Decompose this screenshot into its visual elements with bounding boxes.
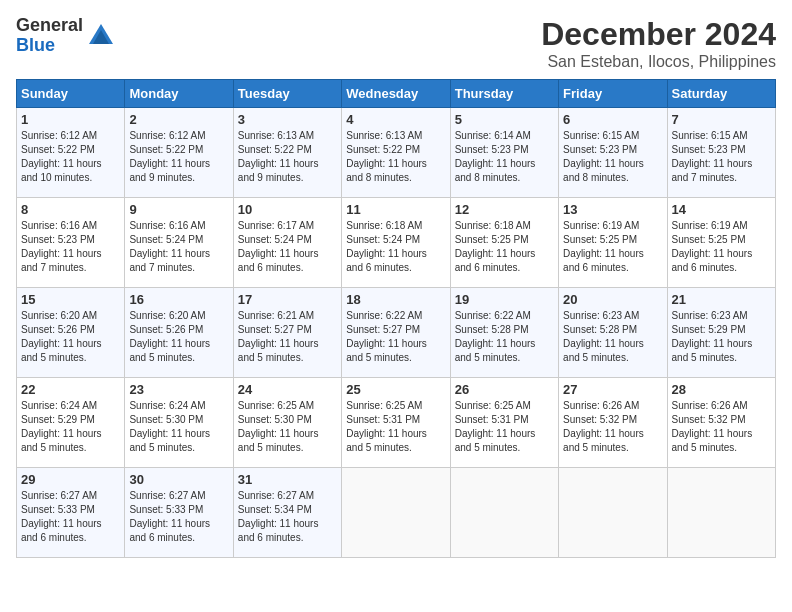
sunrise-label: Sunrise: 6:24 AM: [21, 400, 97, 411]
day-number: 4: [346, 112, 445, 127]
daylight-label: Daylight: 11 hours and 7 minutes.: [129, 248, 210, 273]
sunset-label: Sunset: 5:23 PM: [455, 144, 529, 155]
header-day-thursday: Thursday: [450, 80, 558, 108]
header-day-tuesday: Tuesday: [233, 80, 341, 108]
day-info: Sunrise: 6:15 AM Sunset: 5:23 PM Dayligh…: [563, 129, 662, 185]
sunrise-label: Sunrise: 6:25 AM: [238, 400, 314, 411]
daylight-label: Daylight: 11 hours and 5 minutes.: [455, 428, 536, 453]
calendar-cell: 4 Sunrise: 6:13 AM Sunset: 5:22 PM Dayli…: [342, 108, 450, 198]
logo-general-text: General: [16, 16, 83, 36]
day-info: Sunrise: 6:27 AM Sunset: 5:33 PM Dayligh…: [21, 489, 120, 545]
day-number: 30: [129, 472, 228, 487]
day-number: 10: [238, 202, 337, 217]
day-info: Sunrise: 6:12 AM Sunset: 5:22 PM Dayligh…: [129, 129, 228, 185]
sunrise-label: Sunrise: 6:26 AM: [672, 400, 748, 411]
calendar-cell: 3 Sunrise: 6:13 AM Sunset: 5:22 PM Dayli…: [233, 108, 341, 198]
sunset-label: Sunset: 5:22 PM: [21, 144, 95, 155]
sunset-label: Sunset: 5:33 PM: [21, 504, 95, 515]
sunrise-label: Sunrise: 6:13 AM: [346, 130, 422, 141]
calendar-cell: 13 Sunrise: 6:19 AM Sunset: 5:25 PM Dayl…: [559, 198, 667, 288]
day-info: Sunrise: 6:13 AM Sunset: 5:22 PM Dayligh…: [238, 129, 337, 185]
day-info: Sunrise: 6:20 AM Sunset: 5:26 PM Dayligh…: [129, 309, 228, 365]
header-day-monday: Monday: [125, 80, 233, 108]
sunset-label: Sunset: 5:30 PM: [129, 414, 203, 425]
sunrise-label: Sunrise: 6:24 AM: [129, 400, 205, 411]
logo: General Blue: [16, 16, 117, 56]
sunrise-label: Sunrise: 6:21 AM: [238, 310, 314, 321]
sunrise-label: Sunrise: 6:27 AM: [21, 490, 97, 501]
sunset-label: Sunset: 5:33 PM: [129, 504, 203, 515]
day-number: 9: [129, 202, 228, 217]
sunset-label: Sunset: 5:24 PM: [238, 234, 312, 245]
sunset-label: Sunset: 5:22 PM: [129, 144, 203, 155]
calendar-cell: 24 Sunrise: 6:25 AM Sunset: 5:30 PM Dayl…: [233, 378, 341, 468]
day-number: 26: [455, 382, 554, 397]
day-info: Sunrise: 6:17 AM Sunset: 5:24 PM Dayligh…: [238, 219, 337, 275]
calendar-cell: 18 Sunrise: 6:22 AM Sunset: 5:27 PM Dayl…: [342, 288, 450, 378]
daylight-label: Daylight: 11 hours and 10 minutes.: [21, 158, 102, 183]
calendar-cell: 16 Sunrise: 6:20 AM Sunset: 5:26 PM Dayl…: [125, 288, 233, 378]
daylight-label: Daylight: 11 hours and 9 minutes.: [238, 158, 319, 183]
sunset-label: Sunset: 5:32 PM: [563, 414, 637, 425]
sunrise-label: Sunrise: 6:12 AM: [129, 130, 205, 141]
daylight-label: Daylight: 11 hours and 8 minutes.: [563, 158, 644, 183]
day-number: 17: [238, 292, 337, 307]
day-number: 6: [563, 112, 662, 127]
day-info: Sunrise: 6:25 AM Sunset: 5:31 PM Dayligh…: [346, 399, 445, 455]
header-row: SundayMondayTuesdayWednesdayThursdayFrid…: [17, 80, 776, 108]
daylight-label: Daylight: 11 hours and 5 minutes.: [672, 338, 753, 363]
day-info: Sunrise: 6:16 AM Sunset: 5:24 PM Dayligh…: [129, 219, 228, 275]
daylight-label: Daylight: 11 hours and 5 minutes.: [129, 338, 210, 363]
calendar-cell: 26 Sunrise: 6:25 AM Sunset: 5:31 PM Dayl…: [450, 378, 558, 468]
sunset-label: Sunset: 5:24 PM: [346, 234, 420, 245]
day-info: Sunrise: 6:27 AM Sunset: 5:33 PM Dayligh…: [129, 489, 228, 545]
day-info: Sunrise: 6:22 AM Sunset: 5:28 PM Dayligh…: [455, 309, 554, 365]
week-row-4: 22 Sunrise: 6:24 AM Sunset: 5:29 PM Dayl…: [17, 378, 776, 468]
day-number: 15: [21, 292, 120, 307]
sunset-label: Sunset: 5:23 PM: [563, 144, 637, 155]
sunset-label: Sunset: 5:23 PM: [21, 234, 95, 245]
day-info: Sunrise: 6:15 AM Sunset: 5:23 PM Dayligh…: [672, 129, 771, 185]
sunset-label: Sunset: 5:26 PM: [129, 324, 203, 335]
daylight-label: Daylight: 11 hours and 6 minutes.: [21, 518, 102, 543]
daylight-label: Daylight: 11 hours and 5 minutes.: [672, 428, 753, 453]
sunrise-label: Sunrise: 6:22 AM: [346, 310, 422, 321]
daylight-label: Daylight: 11 hours and 6 minutes.: [563, 248, 644, 273]
day-number: 23: [129, 382, 228, 397]
calendar-cell: 2 Sunrise: 6:12 AM Sunset: 5:22 PM Dayli…: [125, 108, 233, 198]
calendar-cell: [559, 468, 667, 558]
daylight-label: Daylight: 11 hours and 9 minutes.: [129, 158, 210, 183]
day-info: Sunrise: 6:26 AM Sunset: 5:32 PM Dayligh…: [672, 399, 771, 455]
daylight-label: Daylight: 11 hours and 5 minutes.: [238, 338, 319, 363]
day-number: 21: [672, 292, 771, 307]
day-number: 28: [672, 382, 771, 397]
sunrise-label: Sunrise: 6:23 AM: [563, 310, 639, 321]
calendar-cell: 21 Sunrise: 6:23 AM Sunset: 5:29 PM Dayl…: [667, 288, 775, 378]
daylight-label: Daylight: 11 hours and 5 minutes.: [346, 428, 427, 453]
daylight-label: Daylight: 11 hours and 6 minutes.: [238, 248, 319, 273]
calendar-cell: 12 Sunrise: 6:18 AM Sunset: 5:25 PM Dayl…: [450, 198, 558, 288]
day-info: Sunrise: 6:18 AM Sunset: 5:25 PM Dayligh…: [455, 219, 554, 275]
calendar-cell: 31 Sunrise: 6:27 AM Sunset: 5:34 PM Dayl…: [233, 468, 341, 558]
daylight-label: Daylight: 11 hours and 6 minutes.: [455, 248, 536, 273]
sunrise-label: Sunrise: 6:27 AM: [238, 490, 314, 501]
week-row-2: 8 Sunrise: 6:16 AM Sunset: 5:23 PM Dayli…: [17, 198, 776, 288]
day-number: 18: [346, 292, 445, 307]
sunrise-label: Sunrise: 6:18 AM: [346, 220, 422, 231]
calendar-cell: 29 Sunrise: 6:27 AM Sunset: 5:33 PM Dayl…: [17, 468, 125, 558]
calendar-cell: 1 Sunrise: 6:12 AM Sunset: 5:22 PM Dayli…: [17, 108, 125, 198]
sunset-label: Sunset: 5:25 PM: [563, 234, 637, 245]
daylight-label: Daylight: 11 hours and 5 minutes.: [346, 338, 427, 363]
title-area: December 2024 San Esteban, Ilocos, Phili…: [541, 16, 776, 71]
sunrise-label: Sunrise: 6:26 AM: [563, 400, 639, 411]
day-info: Sunrise: 6:21 AM Sunset: 5:27 PM Dayligh…: [238, 309, 337, 365]
day-info: Sunrise: 6:13 AM Sunset: 5:22 PM Dayligh…: [346, 129, 445, 185]
sunset-label: Sunset: 5:25 PM: [672, 234, 746, 245]
logo-blue-text: Blue: [16, 36, 83, 56]
day-number: 3: [238, 112, 337, 127]
week-row-3: 15 Sunrise: 6:20 AM Sunset: 5:26 PM Dayl…: [17, 288, 776, 378]
sunrise-label: Sunrise: 6:16 AM: [129, 220, 205, 231]
header-day-saturday: Saturday: [667, 80, 775, 108]
day-number: 8: [21, 202, 120, 217]
sunrise-label: Sunrise: 6:18 AM: [455, 220, 531, 231]
